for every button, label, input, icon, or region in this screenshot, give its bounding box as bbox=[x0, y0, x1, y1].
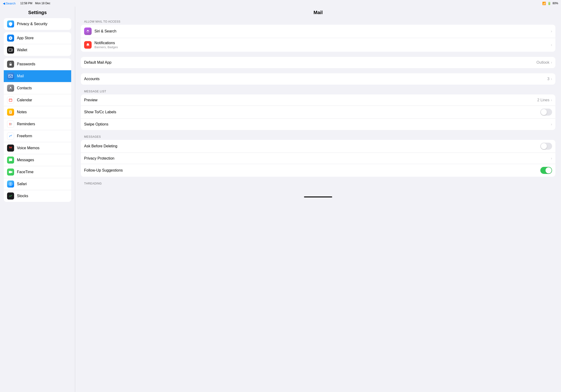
sidebar-item-notes[interactable]: Notes bbox=[4, 106, 71, 118]
row-default-mail-app[interactable]: Default Mail App Outlook › bbox=[81, 57, 555, 68]
section-label-threading: THREADING bbox=[81, 182, 555, 187]
sidebar-item-app-store[interactable]: App Store bbox=[4, 32, 71, 44]
siri-search-icon bbox=[84, 28, 92, 35]
sidebar-item-stocks[interactable]: Stocks bbox=[4, 190, 71, 202]
sidebar-item-mail[interactable]: Mail bbox=[4, 70, 71, 82]
status-bar-left: ◀ Search 12:58 PM Mon 18 Dec bbox=[3, 2, 50, 5]
app-store-icon bbox=[7, 34, 14, 42]
row-accounts[interactable]: Accounts 3 › bbox=[81, 73, 555, 85]
follow-up-content: Follow-Up Suggestions bbox=[84, 168, 540, 173]
facetime-icon bbox=[7, 168, 14, 175]
sidebar-item-voice-memos[interactable]: Voice Memos bbox=[4, 142, 71, 154]
follow-up-toggle[interactable] bbox=[540, 167, 552, 174]
ask-before-deleting-toggle-knob bbox=[541, 143, 547, 149]
svg-rect-3 bbox=[9, 75, 13, 77]
sidebar-item-label-safari: Safari bbox=[17, 182, 27, 186]
section-label-allow-mail-access: ALLOW MAIL TO ACCESS bbox=[81, 20, 555, 25]
svg-point-13 bbox=[9, 123, 10, 124]
section-threading: THREADING bbox=[81, 182, 555, 187]
privacy-security-icon bbox=[7, 21, 14, 28]
main-title: Mail bbox=[75, 7, 561, 17]
row-preview[interactable]: Preview 2 Lines › bbox=[81, 95, 555, 106]
svg-rect-19 bbox=[11, 147, 12, 148]
sidebar-item-label-wallet: Wallet bbox=[17, 48, 27, 52]
sidebar-item-label-stocks: Stocks bbox=[17, 194, 28, 198]
wifi-icon: 📶 bbox=[542, 2, 546, 5]
row-follow-up[interactable]: Follow-Up Suggestions bbox=[81, 164, 555, 177]
sidebar-item-label-contacts: Contacts bbox=[17, 86, 32, 90]
svg-rect-2 bbox=[9, 64, 11, 65]
svg-point-4 bbox=[10, 87, 11, 88]
section-accounts: Accounts 3 › bbox=[81, 73, 555, 85]
sidebar-item-wallet[interactable]: Wallet bbox=[4, 44, 71, 56]
sidebar-item-reminders[interactable]: Reminders bbox=[4, 118, 71, 130]
section-default-mail: Default Mail App Outlook › bbox=[81, 57, 555, 68]
settings-group-messages: Ask Before Deleting Privacy Protection ›… bbox=[81, 140, 555, 177]
status-bar: ◀ Search 12:58 PM Mon 18 Dec 📶 🔋 80% bbox=[0, 0, 561, 7]
sidebar-item-calendar[interactable]: Calendar bbox=[4, 94, 71, 106]
swipe-options-content: Swipe Options bbox=[84, 122, 551, 126]
sidebar-item-privacy-security[interactable]: Privacy & Security bbox=[4, 18, 71, 30]
section-allow-mail-access: ALLOW MAIL TO ACCESS Siri & Search › bbox=[81, 20, 555, 52]
sidebar-section-2: App Store Wallet bbox=[4, 32, 71, 56]
svg-rect-5 bbox=[9, 99, 12, 101]
row-notifications[interactable]: Notifications Banners, Badges › bbox=[81, 38, 555, 52]
sidebar-item-label-passwords: Passwords bbox=[17, 62, 35, 66]
privacy-protection-chevron-icon: › bbox=[551, 156, 552, 161]
default-mail-title: Default Mail App bbox=[84, 60, 537, 65]
show-to-cc-toggle-knob bbox=[541, 109, 547, 115]
sidebar-item-contacts[interactable]: Contacts bbox=[4, 82, 71, 94]
show-to-cc-toggle[interactable] bbox=[540, 109, 552, 116]
default-mail-value: Outlook bbox=[537, 60, 550, 65]
sidebar-item-label-reminders: Reminders bbox=[17, 122, 35, 126]
sidebar-item-messages[interactable]: Messages bbox=[4, 154, 71, 166]
default-mail-content: Default Mail App bbox=[84, 60, 537, 65]
accounts-content: Accounts bbox=[84, 77, 547, 81]
row-ask-before-deleting[interactable]: Ask Before Deleting bbox=[81, 140, 555, 153]
row-swipe-options[interactable]: Swipe Options › bbox=[81, 119, 555, 130]
status-bar-right: 📶 🔋 80% bbox=[542, 2, 558, 5]
row-show-to-cc[interactable]: Show To/Cc Labels bbox=[81, 106, 555, 119]
ask-before-deleting-toggle[interactable] bbox=[540, 143, 552, 150]
battery-level: 80% bbox=[552, 2, 558, 5]
follow-up-toggle-knob bbox=[546, 167, 552, 174]
scroll-indicator-container bbox=[75, 196, 561, 201]
sidebar-title: Settings bbox=[0, 7, 75, 17]
sidebar-item-freeform[interactable]: Freeform bbox=[4, 130, 71, 142]
row-siri-search[interactable]: Siri & Search › bbox=[81, 25, 555, 38]
preview-value: 2 Lines bbox=[537, 98, 550, 102]
section-message-list: MESSAGE LIST Preview 2 Lines › Show To/C… bbox=[81, 90, 555, 130]
accounts-title: Accounts bbox=[84, 77, 547, 81]
back-button[interactable]: ◀ Search bbox=[3, 2, 15, 5]
section-messages: MESSAGES Ask Before Deleting Privacy Pro… bbox=[81, 135, 555, 177]
sidebar: Settings Privacy & Security App Store bbox=[0, 0, 75, 392]
sidebar-list: Privacy & Security App Store Wallet bbox=[0, 18, 75, 204]
settings-group-accounts: Accounts 3 › bbox=[81, 73, 555, 85]
settings-group-message-list: Preview 2 Lines › Show To/Cc Labels Swip… bbox=[81, 95, 555, 130]
battery-icon: 🔋 bbox=[547, 2, 551, 5]
sidebar-item-label-privacy-security: Privacy & Security bbox=[17, 22, 47, 26]
settings-group-allow: Siri & Search › Notifications Banners, B… bbox=[81, 25, 555, 52]
preview-chevron-icon: › bbox=[551, 98, 552, 102]
voice-memos-icon bbox=[7, 144, 14, 152]
safari-icon bbox=[7, 181, 14, 187]
main-body: ALLOW MAIL TO ACCESS Siri & Search › bbox=[75, 17, 561, 195]
messages-icon bbox=[7, 156, 14, 163]
notifications-subtitle: Banners, Badges bbox=[95, 45, 551, 49]
sidebar-item-facetime[interactable]: FaceTime bbox=[4, 166, 71, 178]
notes-icon bbox=[7, 109, 14, 116]
accounts-value: 3 bbox=[547, 77, 550, 81]
ask-before-deleting-title: Ask Before Deleting bbox=[84, 144, 540, 148]
sidebar-item-label-messages: Messages bbox=[17, 158, 34, 162]
sidebar-item-passwords[interactable]: Passwords bbox=[4, 58, 71, 70]
svg-rect-1 bbox=[11, 50, 12, 50]
sidebar-item-label-facetime: FaceTime bbox=[17, 170, 33, 174]
siri-search-chevron-icon: › bbox=[551, 29, 552, 33]
status-date: Mon 18 Dec bbox=[35, 2, 51, 5]
sidebar-item-safari[interactable]: Safari bbox=[4, 178, 71, 190]
svg-rect-17 bbox=[9, 146, 10, 148]
svg-point-14 bbox=[9, 124, 10, 125]
notifications-content: Notifications Banners, Badges bbox=[95, 41, 551, 49]
row-privacy-protection[interactable]: Privacy Protection › bbox=[81, 153, 555, 164]
section-label-messages: MESSAGES bbox=[81, 135, 555, 140]
